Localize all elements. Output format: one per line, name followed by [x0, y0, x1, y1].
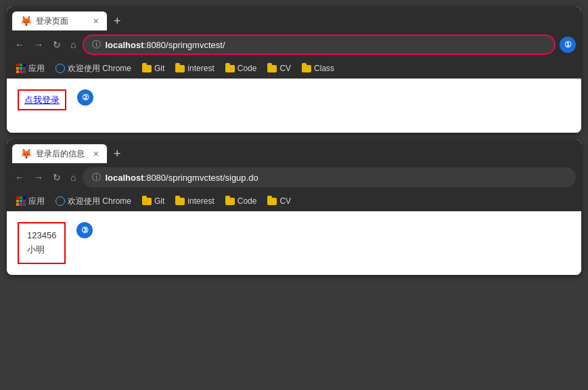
bookmark-git-2[interactable]: Git: [138, 195, 168, 207]
reload-button-1[interactable]: ↻: [50, 38, 64, 51]
bookmark-git-label-2: Git: [154, 196, 164, 206]
tab-favicon-2: 🦊: [20, 148, 32, 159]
tab-title-1: 登录页面: [36, 16, 68, 27]
bookmark-cv-2[interactable]: CV: [263, 195, 295, 207]
browser-window-1: 🦊 登录页面 × + ← → ↻ ⌂ ⓘ localhost:8080/spri…: [7, 7, 581, 133]
bookmark-apps-2[interactable]: 应用: [12, 194, 49, 209]
folder-icon-code-2: [225, 198, 235, 205]
browser-window-2: 🦊 登录后的信息 × + ← → ↻ ⌂ ⓘ localhost:8080/sp…: [7, 139, 581, 275]
address-text-2: localhost:8080/springmvctest/sigup.do: [105, 173, 566, 183]
bookmark-code-label-2: Code: [238, 196, 257, 206]
tab-close-1[interactable]: ×: [93, 16, 99, 26]
page-content-2: 123456 小明 ③: [7, 211, 581, 275]
bookmarks-bar-1: 应用 欢迎使用 Chrome Git interest Code CV: [7, 58, 581, 79]
tab-bar-2: 🦊 登录后的信息 × +: [7, 139, 581, 164]
page-badge-2: ③: [76, 222, 93, 238]
tab-favicon-1: 🦊: [20, 16, 32, 26]
tab-1[interactable]: 🦊 登录页面 ×: [12, 12, 107, 30]
address-bar-1[interactable]: ⓘ localhost:8080/springmvctest/: [83, 35, 556, 55]
new-tab-button-2[interactable]: +: [110, 147, 125, 161]
login-link[interactable]: 点我登录: [24, 95, 60, 105]
forward-button-1[interactable]: →: [31, 38, 46, 51]
page-badge-1: ②: [77, 89, 93, 106]
bookmark-interest-2[interactable]: interest: [171, 195, 218, 207]
badge-1: ①: [560, 37, 576, 53]
address-bar-row-1: ← → ↻ ⌂ ⓘ localhost:8080/springmvctest/ …: [7, 31, 581, 58]
browser-chrome-2: 🦊 登录后的信息 × + ← → ↻ ⌂ ⓘ localhost:8080/sp…: [7, 139, 581, 211]
bookmark-chrome-1[interactable]: 欢迎使用 Chrome: [51, 62, 135, 76]
back-button-2[interactable]: ←: [12, 171, 27, 184]
bookmark-apps-label-1: 应用: [28, 63, 45, 74]
page-content-1: 点我登录 ②: [7, 79, 581, 133]
bookmark-cv-1[interactable]: CV: [263, 62, 295, 74]
bookmark-apps-label-2: 应用: [28, 196, 45, 207]
bookmark-cv-label-2: CV: [279, 196, 291, 206]
bookmark-chrome-2[interactable]: 欢迎使用 Chrome: [51, 194, 135, 209]
reload-button-2[interactable]: ↻: [50, 171, 64, 184]
tab-2[interactable]: 🦊 登录后的信息 ×: [12, 144, 107, 163]
home-button-1[interactable]: ⌂: [68, 38, 78, 51]
folder-icon-git-2: [142, 198, 152, 205]
folder-icon-interest-1: [175, 65, 185, 72]
bookmark-chrome-label-1: 欢迎使用 Chrome: [68, 63, 131, 74]
bookmark-cv-label-1: CV: [279, 64, 291, 73]
bookmark-chrome-label-2: 欢迎使用 Chrome: [68, 196, 131, 207]
bookmark-code-1[interactable]: Code: [221, 62, 261, 74]
folder-icon-cv-2: [267, 198, 277, 205]
tab-close-2[interactable]: ×: [93, 148, 99, 159]
apps-icon-2: [16, 196, 26, 206]
bookmark-interest-1[interactable]: interest: [171, 62, 218, 74]
bookmark-code-label-1: Code: [238, 64, 257, 73]
back-button-1[interactable]: ←: [12, 38, 27, 51]
globe-icon-2: [55, 196, 65, 206]
bookmark-class-1[interactable]: Class: [298, 62, 338, 74]
folder-icon-interest-2: [175, 198, 185, 205]
info-icon-1: ⓘ: [92, 39, 101, 51]
bookmark-interest-label-1: interest: [187, 64, 214, 73]
login-link-box: 点我登录: [18, 89, 66, 110]
bookmark-interest-label-2: interest: [187, 196, 214, 206]
apps-icon-1: [16, 64, 26, 73]
address-bar-row-2: ← → ↻ ⌂ ⓘ localhost:8080/springmvctest/s…: [7, 164, 581, 191]
info-icon-2: ⓘ: [92, 171, 101, 183]
bookmarks-bar-2: 应用 欢迎使用 Chrome Git interest Code CV: [7, 191, 581, 211]
address-text-1: localhost:8080/springmvctest/: [105, 40, 546, 50]
folder-icon-class-1: [302, 65, 311, 72]
folder-icon-cv-1: [267, 65, 277, 72]
folder-icon-git-1: [142, 65, 152, 72]
bookmark-code-2[interactable]: Code: [221, 195, 261, 207]
user-name-line: 小明: [27, 243, 56, 257]
browser-chrome-1: 🦊 登录页面 × + ← → ↻ ⌂ ⓘ localhost:8080/spri…: [7, 7, 581, 79]
folder-icon-code-1: [225, 65, 235, 72]
home-button-2[interactable]: ⌂: [68, 171, 78, 184]
user-id-line: 123456: [27, 229, 56, 243]
bookmark-git-label-1: Git: [154, 64, 164, 73]
tab-bar-1: 🦊 登录页面 × +: [7, 7, 581, 31]
user-info-box: 123456 小明: [18, 222, 66, 264]
bookmark-git-1[interactable]: Git: [138, 62, 168, 74]
new-tab-button-1[interactable]: +: [110, 14, 125, 28]
globe-icon-1: [55, 64, 65, 73]
bookmark-apps-1[interactable]: 应用: [12, 62, 49, 76]
tab-title-2: 登录后的信息: [36, 148, 85, 160]
address-bar-2[interactable]: ⓘ localhost:8080/springmvctest/sigup.do: [83, 167, 576, 188]
forward-button-2[interactable]: →: [31, 171, 46, 184]
bookmark-class-label-1: Class: [314, 64, 334, 73]
